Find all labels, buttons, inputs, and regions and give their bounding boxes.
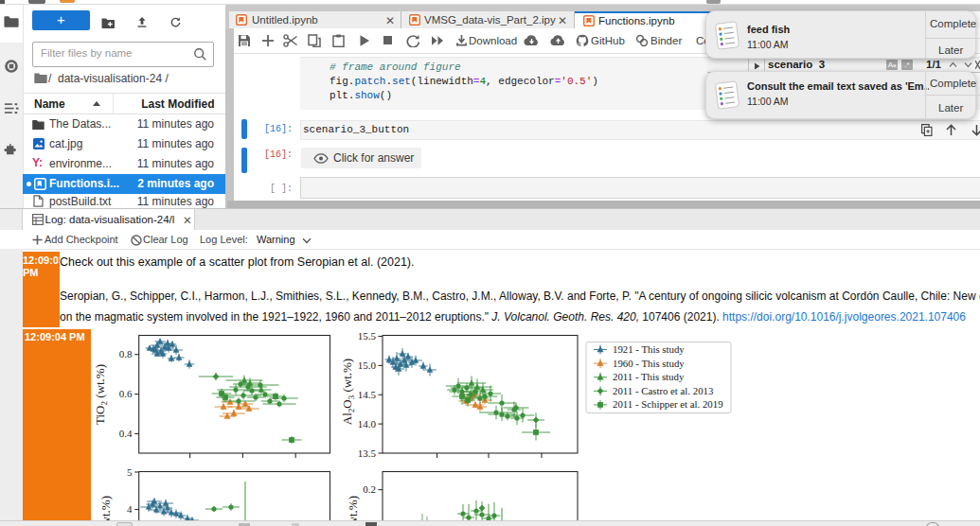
svg-text:2011 - Schipper et al. 2019: 2011 - Schipper et al. 2019 — [613, 398, 723, 410]
svg-text:14.0: 14.0 — [358, 418, 377, 430]
svg-text:TiO2 (wt.%): TiO2 (wt.%) — [93, 364, 109, 425]
svg-text:14.5: 14.5 — [358, 389, 377, 400]
svg-text:0.6: 0.6 — [119, 388, 133, 399]
svg-text:2011 - This study: 2011 - This study — [613, 371, 685, 382]
svg-text:4: 4 — [127, 503, 133, 515]
svg-text:5: 5 — [127, 466, 133, 478]
svg-text:2011 - Castro et al. 2013: 2011 - Castro et al. 2013 — [613, 385, 713, 396]
svg-text:15.0: 15.0 — [358, 359, 377, 371]
svg-text:0.8: 0.8 — [119, 348, 133, 359]
svg-text:1921 - This study: 1921 - This study — [613, 343, 685, 355]
svg-text:1960 - This study: 1960 - This study — [613, 358, 685, 369]
svg-text:15.5: 15.5 — [358, 330, 377, 342]
svg-text:0.4: 0.4 — [119, 428, 133, 439]
svg-text:Al2O3 (wt.%): Al2O3 (wt.%) — [340, 359, 356, 425]
svg-text:13.5: 13.5 — [358, 447, 377, 459]
svg-text:0.2: 0.2 — [363, 483, 376, 495]
